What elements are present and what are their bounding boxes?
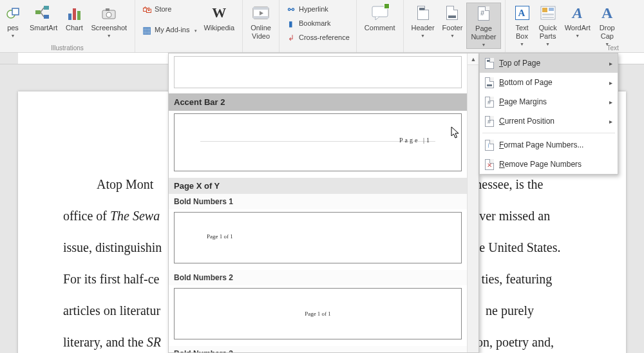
shapes-label: pes xyxy=(7,24,19,32)
gallery-preview-above[interactable] xyxy=(174,56,462,88)
shapes-button[interactable]: pes ▼ xyxy=(0,3,26,39)
submenu-arrow-icon: ▸ xyxy=(609,79,612,86)
svg-rect-9 xyxy=(253,7,269,10)
screenshot-icon xyxy=(100,4,118,22)
wikipedia-button[interactable]: W Wikipedia xyxy=(200,3,238,32)
gallery-thumb-text: Page 1 of 1 xyxy=(175,310,461,317)
cross-reference-label: Cross-reference xyxy=(299,33,350,42)
page-number-menu: Top of Page ▸ Bottom of Page ▸ # Page Ma… xyxy=(479,53,618,175)
format-page-numbers-icon: ⁝ xyxy=(484,139,495,151)
cross-reference-button[interactable]: ↲ Cross-reference xyxy=(283,31,352,45)
svg-rect-10 xyxy=(253,16,269,19)
page-number-button[interactable]: # Page Number ▼ xyxy=(466,3,500,49)
chart-button[interactable]: Chart xyxy=(61,3,87,32)
remove-page-numbers-icon: ✕ xyxy=(484,158,495,170)
svg-rect-14 xyxy=(542,8,547,12)
chevron-down-icon: ▼ xyxy=(520,42,524,47)
group-label-illustrations: Illustrations xyxy=(0,44,135,52)
screenshot-button[interactable]: Screenshot ▼ xyxy=(87,3,131,39)
chevron-down-icon: ▼ xyxy=(545,42,550,47)
my-addins-label: My Add-ins xyxy=(155,26,189,34)
comment-button[interactable]: Comment xyxy=(361,3,399,32)
gallery-scrollbar[interactable]: ▲ xyxy=(467,53,478,352)
submenu-arrow-icon: ▸ xyxy=(609,60,612,67)
store-button[interactable]: 🛍 Store xyxy=(139,3,200,17)
gallery-item-bold-numbers-2[interactable]: Page 1 of 1 xyxy=(174,288,462,339)
quick-parts-button[interactable]: Quick Parts ▼ xyxy=(535,3,561,48)
drop-cap-button[interactable]: A Drop Cap ▼ xyxy=(594,3,620,48)
page-top-icon xyxy=(484,57,495,69)
group-illustrations: pes ▼ SmartArt Chart Screenshot ▼ Illust… xyxy=(0,0,135,52)
footer-button[interactable]: Footer ▼ xyxy=(439,3,467,39)
svg-rect-1 xyxy=(12,8,19,15)
comment-icon xyxy=(371,4,389,22)
screenshot-label: Screenshot xyxy=(91,24,127,32)
text-box-button[interactable]: A Text Box ▼ xyxy=(509,3,535,48)
my-addins-button[interactable]: ▦ My Add-ins ▾ xyxy=(139,23,200,37)
page-number-gallery: Accent Bar 2 Page |1 Page X of Y Bold Nu… xyxy=(168,53,479,353)
svg-rect-15 xyxy=(549,8,554,11)
footer-icon xyxy=(443,4,461,22)
smartart-button[interactable]: SmartArt xyxy=(26,3,61,32)
text-fragment-italic: The Sewa xyxy=(110,209,160,223)
gallery-item-title: Bold Numbers 1 xyxy=(169,194,467,209)
online-video-button[interactable]: Online Video xyxy=(247,3,275,41)
gallery-item-title: Bold Numbers 3 xyxy=(169,346,467,352)
addins-icon: ▦ xyxy=(142,25,152,35)
bookmark-button[interactable]: ▮ Bookmark xyxy=(283,17,352,31)
submenu-arrow-icon: ▸ xyxy=(609,99,612,106)
header-icon xyxy=(414,4,432,22)
text-fragment: articles on literatur xyxy=(63,303,160,318)
group-text: A Text Box ▼ Quick Parts ▼ A WordArt ▼ A… xyxy=(506,0,624,52)
wikipedia-icon: W xyxy=(210,4,228,22)
gallery-category-accent-bar-2: Accent Bar 2 xyxy=(169,93,467,111)
menu-current-position[interactable]: # Current Position ▸ xyxy=(480,111,618,131)
hyperlink-label: Hyperlink xyxy=(299,5,328,14)
text-fragment: ties, featuring xyxy=(481,272,552,286)
svg-rect-17 xyxy=(542,17,554,18)
menu-remove-page-numbers[interactable]: ✕ Remove Page Numbers xyxy=(480,155,618,174)
group-label-text: Text xyxy=(607,44,618,52)
group-header-footer: Header ▼ Footer ▼ # Page Number ▼ xyxy=(404,0,506,52)
gallery-item-accent-bar-2[interactable]: Page |1 xyxy=(174,113,462,171)
svg-rect-4 xyxy=(44,15,49,19)
gallery-category-page-x-of-y: Page X of Y xyxy=(169,178,467,194)
wordart-label: WordArt xyxy=(565,24,591,32)
text-fragment-italic: SR xyxy=(147,335,161,349)
menu-page-margins[interactable]: # Page Margins ▸ xyxy=(480,92,618,111)
text-box-icon: A xyxy=(513,4,531,22)
wordart-button[interactable]: A WordArt ▼ xyxy=(561,3,594,39)
svg-rect-2 xyxy=(35,10,41,14)
bookmark-label: Bookmark xyxy=(299,19,331,28)
menu-top-of-page[interactable]: Top of Page ▸ xyxy=(480,53,618,73)
current-position-icon: # xyxy=(484,115,495,127)
page-number-label: Page Number xyxy=(471,24,496,41)
gallery-item-bold-numbers-1[interactable]: Page 1 of 1 xyxy=(174,212,462,263)
footer-label: Footer xyxy=(442,24,463,32)
chevron-down-icon: ▼ xyxy=(421,33,425,39)
chart-label: Chart xyxy=(66,24,83,32)
text-fragment: ver missed an xyxy=(479,209,550,223)
quick-parts-icon xyxy=(539,4,557,22)
gallery-item-title: Bold Numbers 2 xyxy=(169,270,467,285)
text-fragment: office of xyxy=(63,209,110,223)
text-fragment: For its first half-ce xyxy=(63,272,159,286)
scroll-up-icon[interactable]: ▲ xyxy=(468,53,479,65)
crossref-icon: ↲ xyxy=(286,33,296,43)
svg-rect-7 xyxy=(106,8,109,11)
smartart-icon xyxy=(35,4,53,22)
hyperlink-button[interactable]: ⚯ Hyperlink xyxy=(283,3,352,17)
wordart-icon: A xyxy=(569,4,587,22)
drop-cap-label: Drop Cap xyxy=(600,24,615,41)
menu-bottom-of-page[interactable]: Bottom of Page ▸ xyxy=(480,73,618,92)
header-label: Header xyxy=(412,24,435,32)
chevron-down-icon: ▼ xyxy=(107,33,111,39)
header-button[interactable]: Header ▼ xyxy=(408,3,439,39)
text-fragment: literary, and the xyxy=(63,335,147,349)
chevron-down-icon: ▼ xyxy=(481,43,486,48)
group-media: Online Video xyxy=(243,0,279,52)
chevron-down-icon: ▼ xyxy=(575,33,580,39)
menu-format-page-numbers[interactable]: ⁝ Format Page Numbers... xyxy=(480,135,618,155)
page-margins-icon: # xyxy=(484,96,495,108)
shapes-icon xyxy=(4,4,22,22)
